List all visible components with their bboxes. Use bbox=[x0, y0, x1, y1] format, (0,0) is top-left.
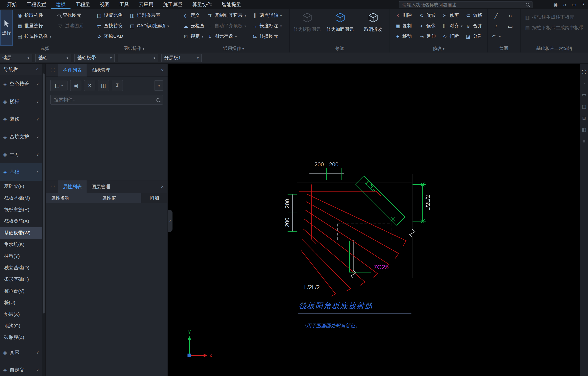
right-tool-icon[interactable]: ◔ bbox=[583, 81, 586, 86]
group-label-modify[interactable]: 修改▾ bbox=[390, 45, 487, 52]
nav-group-stairs[interactable]: ◈楼梯∨ bbox=[0, 93, 42, 110]
length-dimension-button[interactable]: ↔长度标注▾ bbox=[250, 21, 284, 31]
new-component-button[interactable]: ▢▾ bbox=[50, 80, 67, 91]
nav-item-raft-negative-rebar[interactable]: 筏板负筋(X) bbox=[0, 216, 42, 227]
nav-item-pile-cap[interactable]: 桩承台(V) bbox=[0, 285, 42, 297]
panel-grip-icon[interactable]: ⋮⋮ bbox=[49, 184, 55, 189]
offset-button[interactable]: ⊂偏移 bbox=[463, 11, 484, 20]
split-button[interactable]: ◪分割 bbox=[463, 32, 484, 41]
cad-recognition-options-button[interactable]: ◫CAD识别选项▾ bbox=[128, 21, 171, 31]
tab-drawing-management[interactable]: 图纸管理 bbox=[87, 63, 115, 76]
draw-curve-button[interactable]: ≀ bbox=[491, 21, 501, 31]
component-search-input[interactable] bbox=[54, 97, 154, 102]
menu-view[interactable]: 视图 bbox=[95, 0, 114, 9]
category-select[interactable]: 基础▾ bbox=[35, 54, 71, 62]
right-tool-icon[interactable]: ◫ bbox=[582, 104, 586, 109]
to-reinforce-element-button[interactable]: 转为加固图元 bbox=[325, 12, 356, 32]
navigation-close-button[interactable]: × bbox=[35, 67, 38, 72]
copy-component-button[interactable]: ▣ bbox=[70, 80, 81, 91]
find-replace-button[interactable]: ⇄查找替换 bbox=[94, 21, 125, 31]
find-element-button[interactable]: 查找图元 bbox=[55, 11, 85, 20]
save-element-button[interactable]: ↧图元存盘▾ bbox=[205, 32, 248, 41]
element-name-select[interactable]: ▾ bbox=[118, 54, 158, 62]
monitor-icon[interactable]: ▭ bbox=[572, 2, 576, 7]
nav-item-pile[interactable]: 桩(U) bbox=[0, 297, 42, 308]
store-component-button[interactable]: ↧ bbox=[112, 80, 123, 91]
break-button[interactable]: ∿打断 bbox=[440, 32, 464, 41]
right-tool-icon[interactable]: ⊞ bbox=[582, 115, 586, 121]
select-by-attribute-button[interactable]: ▤按属性选择▾ bbox=[15, 32, 53, 41]
more-tools-button[interactable]: » bbox=[154, 80, 163, 91]
nav-group-custom[interactable]: ◈自定义∨ bbox=[0, 361, 42, 376]
nav-group-hollow-slab[interactable]: ◈空心楼盖∨ bbox=[0, 75, 42, 93]
menu-cloud-apps[interactable]: 云应用 bbox=[134, 0, 158, 9]
menu-quantities[interactable]: 工程量 bbox=[71, 0, 95, 9]
nav-item-raft-main-rebar[interactable]: 筏板主筋(R) bbox=[0, 204, 42, 216]
group-label-common-ops[interactable]: 通用操作▾ bbox=[178, 45, 289, 52]
delete-button[interactable]: ×删除 bbox=[393, 11, 414, 20]
help-icon[interactable]: ? bbox=[581, 2, 584, 7]
menu-construction-calc[interactable]: 施工算量 bbox=[158, 0, 187, 9]
headset-support-icon[interactable]: ∩ bbox=[563, 2, 567, 7]
copy-to-other-floor-button[interactable]: ⇈复制到其它层▾ bbox=[205, 11, 248, 20]
cancel-demolish-button[interactable]: 取消拆改 bbox=[358, 12, 389, 32]
menu-project-settings[interactable]: 工程设置 bbox=[22, 0, 51, 9]
tab-property-list[interactable]: 属性列表 bbox=[58, 180, 87, 193]
nav-scrollbar-thumb[interactable] bbox=[43, 73, 45, 313]
nav-group-decoration[interactable]: ◈装修∨ bbox=[0, 110, 42, 128]
copy-button[interactable]: ▣复制 bbox=[393, 21, 414, 31]
element-type-select[interactable]: 基础板带▾ bbox=[74, 54, 115, 62]
property-panel-close-button[interactable]: × bbox=[161, 184, 164, 190]
lock-button[interactable]: ⊡锁定▾ bbox=[181, 32, 207, 41]
rotate-button[interactable]: ↻旋转 bbox=[417, 11, 438, 20]
nav-item-sump-pit[interactable]: 集水坑(K) bbox=[0, 239, 42, 250]
global-search-input[interactable] bbox=[402, 2, 523, 7]
menu-tools[interactable]: 工具 bbox=[114, 0, 134, 9]
convert-element-button[interactable]: ⇆转换图元 bbox=[250, 32, 284, 41]
component-search-box[interactable] bbox=[50, 95, 163, 104]
floor-select[interactable]: 础层▾ bbox=[0, 54, 32, 62]
user-avatar-icon[interactable]: ◉ bbox=[553, 2, 557, 7]
nav-scrollbar[interactable] bbox=[42, 64, 45, 376]
menu-modeling[interactable]: 建模 bbox=[51, 0, 71, 9]
group-label-sheet-ops[interactable]: 图纸操作▾ bbox=[90, 45, 178, 52]
merge-button[interactable]: ⊎合并 bbox=[463, 21, 484, 31]
select-tool-button[interactable]: 选择 bbox=[0, 10, 13, 46]
trim-button[interactable]: ✂修剪 bbox=[440, 11, 464, 20]
right-tool-icon[interactable]: ▭ bbox=[582, 92, 586, 98]
tab-layer-management[interactable]: 图层管理 bbox=[87, 180, 115, 193]
draw-arc-button[interactable]: ◠▾ bbox=[491, 32, 501, 41]
batch-select-button[interactable]: ▦批量选择 bbox=[15, 21, 53, 31]
menu-start[interactable]: 开始 bbox=[2, 0, 22, 9]
restore-cad-button[interactable]: ↺还原CAD bbox=[94, 32, 125, 41]
panel-collapse-handle[interactable]: ‹ bbox=[168, 210, 172, 232]
nav-item-brick-mold[interactable]: 砖胎膜(Z) bbox=[0, 332, 42, 343]
nav-group-pit-support[interactable]: ◈基坑支护∨ bbox=[0, 128, 42, 146]
draw-circle-button[interactable]: ○ bbox=[505, 11, 515, 20]
nav-group-earthwork[interactable]: ◈土方∨ bbox=[0, 146, 42, 163]
draw-rectangle-button[interactable]: ▭ bbox=[505, 21, 515, 31]
align-button[interactable]: ⊪对齐▾ bbox=[440, 21, 464, 31]
cloud-check-button[interactable]: ☁云检查 bbox=[181, 21, 207, 31]
nav-item-isolated-foundation[interactable]: 独立基础(D) bbox=[0, 262, 42, 274]
identify-floor-table-button[interactable]: ▥识别楼层表 bbox=[128, 11, 171, 20]
nav-group-foundation[interactable]: ◈基础∧ bbox=[0, 163, 42, 181]
nav-item-column-pier[interactable]: 柱墩(Y) bbox=[0, 251, 42, 262]
nav-item-strip-foundation[interactable]: 条形基础(T) bbox=[0, 274, 42, 285]
define-button[interactable]: ◇定义 bbox=[181, 11, 207, 20]
nav-item-raft-foundation[interactable]: 筏板基础(M) bbox=[0, 192, 42, 204]
menu-calc-collaboration[interactable]: 算量协作 bbox=[188, 0, 217, 9]
component-panel-close-button[interactable]: × bbox=[161, 67, 164, 73]
nav-group-others[interactable]: ◈其它∨ bbox=[0, 344, 42, 361]
nav-item-cushion[interactable]: 垫层(X) bbox=[0, 309, 42, 320]
menu-smart-takeoff[interactable]: 智能提量 bbox=[217, 0, 246, 9]
two-point-aux-axis-button[interactable]: ∥两点辅轴▾ bbox=[250, 11, 284, 20]
nav-item-foundation-beam[interactable]: 基础梁(F) bbox=[0, 181, 42, 192]
pick-component-button[interactable]: ◉拾取构件 bbox=[15, 11, 53, 20]
mirror-button[interactable]: ◐镜像 bbox=[417, 21, 438, 31]
layer-select[interactable]: 分层板1▾ bbox=[161, 54, 202, 62]
draw-line-button[interactable]: ╱ bbox=[491, 11, 501, 20]
duplicate-component-button[interactable]: ◫ bbox=[98, 80, 109, 91]
cad-canvas[interactable]: 200 200 200 200 L/2L/2 L/2L/2 1.2La 7C25… bbox=[168, 64, 580, 376]
nav-item-trench[interactable]: 地沟(G) bbox=[0, 320, 42, 332]
